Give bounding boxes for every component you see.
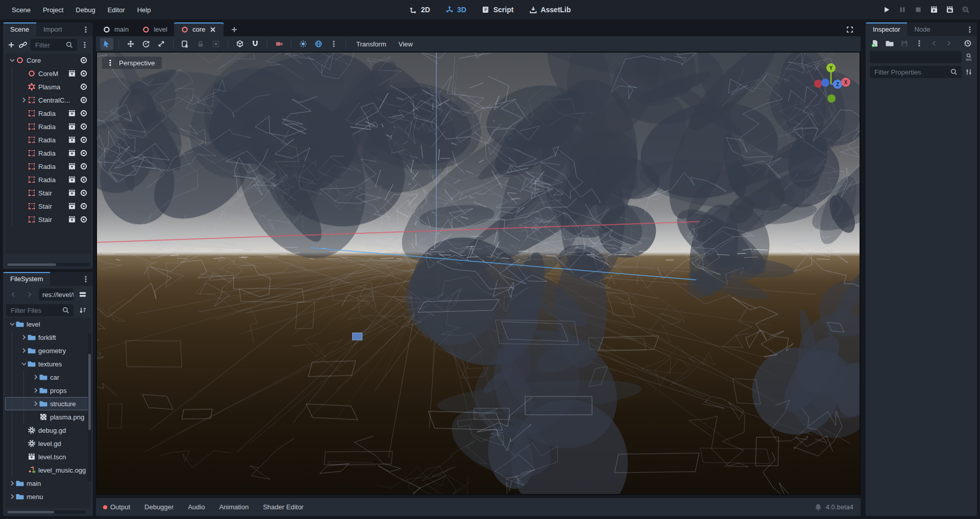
visibility-eye-icon[interactable] [80,83,88,91]
new-resource-button[interactable] [871,39,879,47]
scale-tool-button[interactable] [155,38,168,50]
workspace-script[interactable]: Script [482,6,514,14]
visibility-eye-icon[interactable] [80,109,88,117]
split-mode-icon[interactable] [76,290,90,299]
scene-tab-level[interactable]: level [135,22,174,36]
rotate-tool-button[interactable] [139,38,153,50]
scene-tree-row[interactable]: Stair [5,213,91,226]
visibility-eye-icon[interactable] [80,149,88,157]
history-forward-button[interactable] [945,39,953,47]
scene-tree-row[interactable]: Radia [5,107,91,120]
visibility-eye-icon[interactable] [80,136,88,144]
sun-environment-options-menu[interactable] [327,38,340,50]
scene-tree-row[interactable]: Radia [5,160,91,173]
editable-instance-icon[interactable] [68,122,76,131]
collapse-arrow-icon[interactable] [8,320,16,328]
editable-instance-icon[interactable] [68,69,76,78]
filesystem-row[interactable]: debug.gd [5,424,91,437]
scene-tree-row[interactable]: Radia [5,120,91,133]
visibility-eye-icon[interactable] [80,162,88,170]
bottom-panel-animation[interactable]: Animation [212,498,256,516]
doc-search-icon[interactable]: DOC [965,53,973,61]
tab-scene[interactable]: Scene [3,22,36,36]
filesystem-row[interactable]: props [5,384,91,397]
selection-list-button[interactable] [179,38,192,50]
expand-arrow-icon[interactable] [8,492,16,501]
collapse-arrow-icon[interactable] [8,56,16,64]
resource-name-field-wrap[interactable] [870,51,962,63]
scene-filter-input-wrap[interactable] [31,39,77,51]
bottom-panel-output[interactable]: Output [103,498,137,516]
tab-node[interactable]: Node [907,22,937,36]
expand-arrow-icon[interactable] [8,479,16,487]
visibility-eye-icon[interactable] [80,202,88,210]
editable-instance-icon[interactable] [68,215,76,224]
save-resource-button[interactable] [900,39,909,47]
axis-neg-y-ball[interactable] [827,94,836,103]
scene-tab-main[interactable]: main [96,22,135,36]
expand-arrow-icon[interactable] [20,96,28,104]
play-button[interactable] [883,6,891,14]
play-scene-button[interactable] [930,6,938,14]
bottom-panel-audio[interactable]: Audio [181,498,212,516]
visibility-eye-icon[interactable] [80,122,88,131]
menu-debug[interactable]: Debug [70,4,101,16]
expand-viewport-icon[interactable] [839,22,861,36]
menu-transform[interactable]: Transform [351,39,391,50]
tab-options-menu[interactable] [963,22,977,36]
visibility-eye-icon[interactable] [80,189,88,197]
sort-files-icon[interactable] [76,306,90,314]
3d-viewport[interactable]: Perspective Y Z X [96,52,861,495]
filesystem-row[interactable]: geometry [5,344,91,357]
expand-arrow-icon[interactable] [32,373,39,381]
expand-arrow-icon[interactable] [20,333,28,341]
filesystem-row[interactable]: car [5,370,91,384]
workspace-3d[interactable]: 3D [446,6,467,14]
bottom-panel-shader-editor[interactable]: Shader Editor [256,498,311,516]
perspective-menu[interactable]: Perspective [102,57,162,69]
workspace-2d[interactable]: 2D [409,6,430,14]
axis-neg-z-ball[interactable] [821,79,829,87]
visibility-eye-icon[interactable] [80,176,88,184]
camera-override-toggle[interactable] [273,38,286,50]
property-filter-options-icon[interactable] [965,68,973,76]
lock-selected-button[interactable] [194,38,207,50]
notification-bell-icon[interactable] [814,503,822,511]
instance-scene-button[interactable] [19,41,27,49]
filesystem-options-menu[interactable] [79,272,93,286]
resource-name-field[interactable] [873,53,958,62]
scene-tree-options-menu[interactable] [81,41,89,49]
scene-tab-core[interactable]: core [174,22,224,36]
scene-tree-hscrollbar[interactable] [6,263,90,266]
filter-files-input[interactable] [10,306,60,315]
collapse-arrow-icon[interactable] [20,360,28,368]
select-tool-button[interactable] [100,38,113,50]
filesystem-row[interactable]: level_music.ogg [5,463,91,477]
filesystem-row[interactable]: level.tscn [5,450,91,463]
axis-neg-x-ball[interactable] [814,80,822,88]
visibility-eye-icon[interactable] [80,96,88,104]
scene-tree-row[interactable]: Plasma [5,80,91,93]
movie-maker-toggle[interactable] [962,6,970,14]
scene-tree-row[interactable]: Stair [5,200,91,213]
filesystem-row[interactable]: level.gd [5,437,91,450]
resource-options-menu[interactable] [915,39,923,47]
editable-instance-icon[interactable] [68,176,76,184]
edit-history-button[interactable] [964,39,972,47]
close-tab-icon[interactable] [209,26,217,34]
filesystem-row[interactable]: plasma.png [5,410,91,424]
menu-project[interactable]: Project [37,4,69,16]
filter-properties-input[interactable] [873,68,948,77]
filesystem-row[interactable]: menu [5,490,91,503]
visibility-eye-icon[interactable] [80,69,88,78]
scene-filter-input[interactable] [34,41,63,50]
scene-tree-row[interactable]: CentralC... [5,93,91,107]
local-space-toggle[interactable] [233,38,247,50]
filesystem-row[interactable]: structure [5,397,91,410]
snap-toggle[interactable] [249,38,262,50]
menu-help[interactable]: Help [132,4,157,16]
preview-environment-toggle[interactable] [312,38,325,50]
filesystem-row[interactable]: main [5,477,91,490]
menu-view[interactable]: View [394,39,418,50]
editable-instance-icon[interactable] [68,149,76,157]
